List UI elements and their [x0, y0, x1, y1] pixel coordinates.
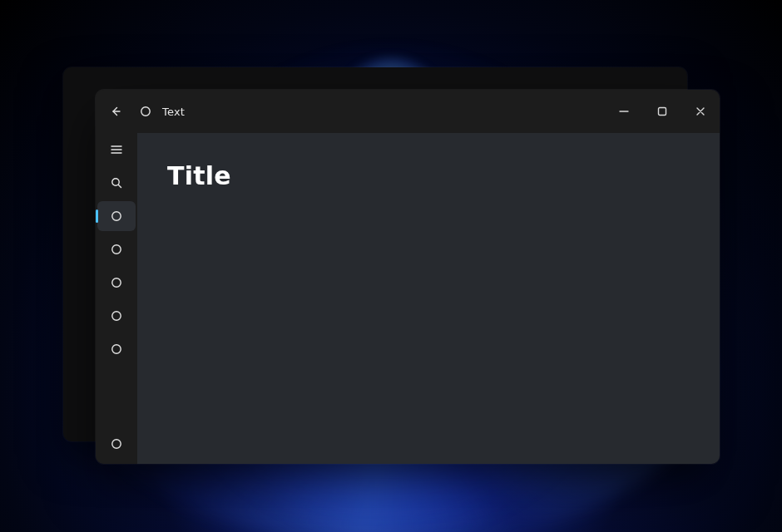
- circle-icon: [110, 342, 123, 356]
- caption-buttons: [605, 96, 720, 126]
- hamburger-icon: [110, 143, 123, 156]
- nav-rail-top: [96, 135, 137, 198]
- app-body: Title: [96, 133, 720, 464]
- nav-item-1[interactable]: [97, 201, 136, 231]
- minimize-icon: [619, 106, 629, 116]
- maximize-icon: [657, 106, 667, 116]
- nav-rail-footer: [96, 429, 137, 464]
- content-pane: Title: [137, 133, 720, 464]
- nav-item-5[interactable]: [97, 334, 136, 364]
- circle-icon: [110, 437, 123, 451]
- nav-rail-items: [96, 201, 137, 364]
- svg-point-5: [112, 278, 121, 287]
- svg-rect-1: [659, 108, 666, 116]
- nav-rail: [96, 133, 137, 464]
- svg-point-7: [112, 345, 121, 353]
- circle-icon: [110, 309, 123, 323]
- maximize-button[interactable]: [643, 96, 681, 126]
- close-icon: [695, 106, 705, 116]
- svg-point-8: [112, 440, 121, 448]
- nav-hamburger-button[interactable]: [97, 135, 136, 165]
- nav-search-button[interactable]: [97, 168, 136, 198]
- close-button[interactable]: [681, 96, 720, 126]
- search-icon: [110, 176, 123, 190]
- nav-footer-item[interactable]: [97, 429, 136, 459]
- circle-icon: [110, 209, 123, 223]
- svg-point-3: [112, 212, 121, 220]
- back-button[interactable]: [101, 96, 131, 126]
- app-window: Text: [96, 90, 720, 464]
- titlebar: Text: [96, 90, 720, 133]
- page-title: Title: [167, 161, 690, 190]
- titlebar-title: Text: [162, 106, 185, 118]
- svg-point-4: [112, 245, 121, 254]
- svg-point-6: [112, 312, 121, 320]
- app-circle-icon: [139, 105, 152, 118]
- svg-point-0: [141, 107, 150, 116]
- circle-icon: [110, 243, 123, 256]
- arrow-left-icon: [109, 105, 122, 118]
- nav-item-4[interactable]: [97, 301, 136, 331]
- app-icon-button[interactable]: [131, 96, 161, 126]
- minimize-button[interactable]: [605, 96, 643, 126]
- circle-icon: [110, 276, 123, 289]
- nav-item-3[interactable]: [97, 268, 136, 298]
- nav-item-2[interactable]: [97, 234, 136, 264]
